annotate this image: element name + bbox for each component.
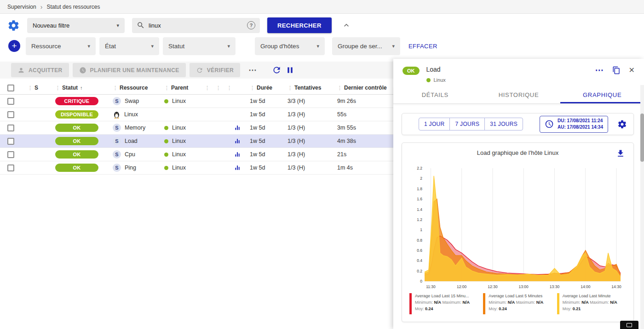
- copy-link-icon[interactable]: [612, 66, 621, 74]
- resource-row-swap[interactable]: CRITIQUESSwapLinux1w 5d3/3 (H)9m 26s: [0, 95, 393, 108]
- column-header-resource[interactable]: ⋮Ressource: [106, 85, 158, 91]
- parent-cell[interactable]: Linux: [158, 98, 198, 104]
- acknowledge-button[interactable]: ACQUITTER: [11, 63, 69, 77]
- row-checkbox[interactable]: [7, 164, 14, 171]
- search-help-icon[interactable]: ?: [247, 21, 255, 29]
- resource-row-ping[interactable]: OKSPingLinux1w 5d1/3 (H)1m 4s: [0, 161, 393, 175]
- select-all-checkbox[interactable]: [7, 85, 14, 91]
- legend-item[interactable]: Average Load Last 5 MinutesMinimum: N/A …: [483, 293, 553, 314]
- tab-graphique[interactable]: GRAPHIQUE: [560, 86, 644, 103]
- tab-historique[interactable]: HISTORIQUE: [477, 86, 561, 103]
- parent-cell[interactable]: Linux: [158, 151, 198, 158]
- resource-row-cpu[interactable]: OKSCpuLinux1w 5d1/3 (H)21s: [0, 148, 393, 161]
- more-actions-icon[interactable]: ⋯: [244, 65, 261, 75]
- resource-cell[interactable]: SMemory: [106, 124, 158, 132]
- column-header-tries[interactable]: ⋮Tentatives: [281, 85, 331, 91]
- collapse-filters-icon[interactable]: [342, 21, 351, 30]
- column-header-graph-flag[interactable]: ⋮G: [220, 85, 231, 91]
- resource-row-load[interactable]: OKSLoadLinux1w 5d1/3 (H)4m 38s: [0, 135, 393, 148]
- row-checkbox[interactable]: [7, 125, 14, 131]
- refresh-icon[interactable]: [272, 65, 282, 75]
- row-checkbox[interactable]: [7, 111, 14, 118]
- close-panel-icon[interactable]: ✕: [629, 67, 635, 74]
- breadcrumb-item-supervision[interactable]: Supervision: [7, 4, 36, 10]
- search-input[interactable]: [149, 22, 243, 29]
- svg-text:12:00: 12:00: [457, 284, 467, 289]
- column-header-severity[interactable]: ⋮S: [21, 85, 49, 91]
- resource-cell[interactable]: SCpu: [106, 150, 158, 159]
- resource-row-linux[interactable]: DISPONIBLELinux1w 5d1/3 (H)55s: [0, 108, 393, 121]
- search-button[interactable]: RECHERCHER: [267, 17, 332, 33]
- chart-cell[interactable]: [231, 125, 243, 131]
- resource-row-memory[interactable]: OKSMemoryLinux1w 5d1/3 (H)3m 55s: [0, 121, 393, 135]
- column-header-duration[interactable]: ⋮Durée: [243, 85, 281, 91]
- resource-cell[interactable]: SPing: [106, 164, 158, 172]
- bar-chart-icon[interactable]: [234, 164, 241, 171]
- column-drag-icon[interactable]: ⋮: [55, 85, 60, 91]
- column-drag-icon[interactable]: ⋮: [216, 85, 220, 91]
- settings-icon[interactable]: [7, 19, 20, 32]
- chart-cell[interactable]: [231, 164, 243, 171]
- filter-criteria-groupe-services[interactable]: Groupe de ser...▾: [332, 37, 400, 55]
- legend-item[interactable]: Average Load Last 15 Minu...Minimum: N/A…: [409, 293, 479, 314]
- resource-cell[interactable]: SLoad: [106, 137, 158, 145]
- filter-criteria-statut[interactable]: Statut▾: [163, 37, 236, 55]
- load-area-chart: 00.20.40.60.811.21.41.61.822.211:3012:00…: [410, 164, 626, 291]
- panel-more-icon[interactable]: ⋯: [595, 66, 604, 74]
- row-checkbox[interactable]: [7, 151, 14, 158]
- column-drag-icon[interactable]: ⋮: [227, 85, 231, 91]
- column-drag-icon[interactable]: ⋮: [113, 85, 118, 91]
- range-button-7-jours[interactable]: 7 JOURS: [449, 118, 485, 130]
- date-range-picker[interactable]: DU: 17/08/2021 11:24 AU: 17/08/2021 14:3…: [540, 116, 608, 133]
- panel-header: OK Load Linux ⋯ ✕: [393, 59, 644, 86]
- column-header-last-check[interactable]: ⋮Dernier contrôle: [331, 85, 393, 91]
- column-header-status[interactable]: ⋮Statut↑: [49, 85, 106, 91]
- maintenance-button[interactable]: PLANIFIER UNE MAINTENANCE: [73, 63, 186, 77]
- legend-item[interactable]: Average Load Last MinuteMinimum: N/A Max…: [557, 293, 627, 314]
- column-drag-icon[interactable]: ⋮: [205, 85, 209, 91]
- column-drag-icon[interactable]: ⋮: [28, 85, 33, 91]
- filter-criteria-ressource[interactable]: Ressource▾: [26, 37, 96, 55]
- legend-minmax: Minimum: N/A Maximum: N/A: [563, 300, 617, 306]
- bar-chart-icon[interactable]: [234, 138, 241, 144]
- bar-chart-icon[interactable]: [234, 125, 241, 131]
- column-drag-icon[interactable]: ⋮: [337, 85, 342, 91]
- last-check-cell: 55s: [331, 111, 393, 118]
- column-drag-icon[interactable]: ⋮: [250, 85, 255, 91]
- panel-scrollbar-track[interactable]: [640, 85, 644, 329]
- legend-avg: Moy: 0.24: [489, 306, 543, 312]
- resource-name: Ping: [125, 164, 136, 171]
- range-button-1-jour[interactable]: 1 JOUR: [419, 118, 450, 130]
- bar-chart-icon[interactable]: [234, 151, 241, 158]
- row-checkbox[interactable]: [7, 98, 14, 105]
- column-drag-icon[interactable]: ⋮: [288, 85, 293, 91]
- parent-cell[interactable]: Linux: [158, 164, 198, 171]
- filter-criteria-groupe-hotes[interactable]: Group d'hôtes▾: [255, 37, 325, 55]
- chart-cell[interactable]: [231, 138, 243, 144]
- tab-details[interactable]: DÉTAILS: [393, 86, 477, 103]
- add-criteria-icon[interactable]: +: [8, 40, 20, 52]
- range-button-31-jours[interactable]: 31 JOURS: [484, 118, 523, 130]
- parent-cell[interactable]: Linux: [158, 138, 198, 144]
- row-checkbox[interactable]: [7, 138, 14, 145]
- resource-name: Memory: [125, 125, 145, 131]
- column-drag-icon[interactable]: ⋮: [164, 85, 169, 91]
- parent-cell[interactable]: Linux: [158, 125, 198, 131]
- column-header-notes[interactable]: ⋮N: [198, 85, 209, 91]
- resource-cell[interactable]: Linux: [106, 111, 158, 119]
- svg-text:13:00: 13:00: [518, 284, 529, 289]
- resource-cell[interactable]: SSwap: [106, 97, 158, 105]
- export-download-icon[interactable]: [616, 149, 625, 158]
- filter-criteria-etat[interactable]: État▾: [99, 37, 159, 55]
- clear-filters-link[interactable]: EFFACER: [408, 43, 437, 50]
- pause-icon[interactable]: [285, 65, 295, 75]
- check-button[interactable]: VÉRIFIER: [190, 63, 241, 77]
- row-select-cell: [0, 164, 21, 171]
- panel-scrollbar-thumb[interactable]: [640, 113, 644, 162]
- saved-filter-select[interactable]: Nouveau filtre ▾: [27, 18, 125, 33]
- graph-settings-icon[interactable]: [617, 119, 627, 129]
- column-header-parent[interactable]: ⋮Parent: [158, 85, 198, 91]
- chart-cell[interactable]: [231, 151, 243, 158]
- column-header-ack[interactable]: ⋮A: [209, 85, 220, 91]
- chevron-down-icon: ▾: [224, 43, 230, 49]
